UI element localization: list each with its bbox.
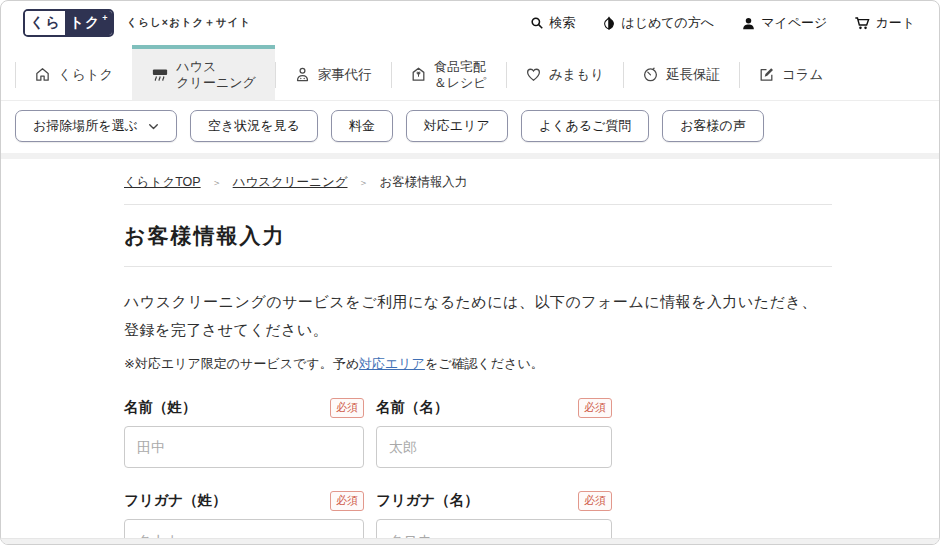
nav-item-label: ハウス クリーニング [176,59,256,90]
breadcrumb-link-top[interactable]: くらトクTOP [124,174,201,191]
nav-item-label: みまもり [549,66,604,84]
page: くら トク + くらし×おトク＋サイト 検索 はじめての方へ マイページ カート [0,0,940,545]
nav-item-label: 延長保証 [666,66,720,84]
required-badge: 必須 [330,491,364,511]
logo-plus-mark: + [102,11,111,35]
choose-cleaning-area-dropdown[interactable]: お掃除場所を選ぶ [15,110,177,142]
beginner-mark-icon [602,16,616,31]
field-last-name-kana: フリガナ（姓） 必須 [124,491,364,545]
header-utility-nav: 検索 はじめての方へ マイページ カート [530,14,915,32]
cart-label: カート [875,14,915,32]
faq-button[interactable]: よくあるご質問 [521,110,650,142]
field-first-name-kana: フリガナ（名） 必須 [376,491,612,545]
customer-info-form: 名前（姓） 必須 名前（名） 必須 フリガナ（姓） 必須 [124,398,832,545]
breadcrumb-separator: ＞ [212,176,222,190]
service-area-button[interactable]: 対応エリア [406,110,508,142]
user-icon [741,16,756,31]
subnav: お掃除場所を選ぶ 空き状況を見る 料金 対応エリア よくあるご質問 お客様の声 [1,101,939,153]
cart-icon [854,15,870,31]
logo-text-kura: くら [25,11,65,35]
customer-voice-label: お客様の声 [680,117,746,135]
beginners-guide-label: はじめての方へ [621,14,714,32]
grocery-store-icon [410,66,427,83]
mypage-label: マイページ [761,14,827,32]
main-nav: くらトク ハウス クリーニング 家事代行 食品宅配 ＆レシピ みまもり 延 [1,45,939,101]
heart-icon [525,66,542,83]
service-area-label: 対応エリア [424,117,490,135]
field-first-name: 名前（名） 必須 [376,398,612,468]
intro-text: ハウスクリーニングのサービスをご利用になるためには、以下のフォームに情報を入力い… [124,288,832,344]
nav-item-label: 家事代行 [318,66,372,84]
nav-item-label: コラム [782,66,823,84]
nav-item-housekeeping[interactable]: 家事代行 [275,45,391,100]
required-badge: 必須 [330,398,364,418]
first-name-kana-label: フリガナ（名） [376,491,479,510]
nav-item-column[interactable]: コラム [739,45,842,100]
gauge-icon [642,66,659,83]
air-conditioner-icon [151,66,169,84]
next-section-edge [1,538,939,544]
pen-square-icon [758,66,775,83]
note-suffix: をご確認ください。 [425,356,544,371]
faq-label: よくあるご質問 [539,117,632,135]
nav-item-label: くらトク [58,66,113,84]
availability-label: 空き状況を見る [208,117,300,135]
service-area-note-link[interactable]: 対応エリア [359,356,425,371]
breadcrumb-current: お客様情報入力 [380,174,468,191]
customer-voice-button[interactable]: お客様の声 [662,110,764,142]
nav-item-kuratoku[interactable]: くらトク [15,45,132,100]
search-icon [530,16,544,30]
cart-link[interactable]: カート [854,14,915,32]
field-last-name: 名前（姓） 必須 [124,398,364,468]
nav-item-house-cleaning[interactable]: ハウス クリーニング [132,45,275,100]
nav-item-food-delivery[interactable]: 食品宅配 ＆レシピ [391,45,506,100]
divider-below-title [124,266,832,267]
home-icon [34,66,51,83]
kuratoku-logo[interactable]: くら トク + [23,9,114,37]
nav-item-extended-warranty[interactable]: 延長保証 [623,45,739,100]
breadcrumb-separator: ＞ [359,176,369,190]
logo-text-toku: トク [65,11,103,35]
breadcrumb-link-house-cleaning[interactable]: ハウスクリーニング [233,174,348,191]
breadcrumb: くらトクTOP ＞ ハウスクリーニング ＞ お客様情報入力 [124,159,832,204]
beginners-guide-link[interactable]: はじめての方へ [602,14,714,32]
header: くら トク + くらし×おトク＋サイト 検索 はじめての方へ マイページ カート [1,1,939,45]
chevron-down-icon [148,121,159,132]
search-label: 検索 [549,14,575,32]
last-name-input[interactable] [124,426,364,468]
page-title: お客様情報入力 [124,205,832,266]
site-tagline: くらし×おトク＋サイト [127,16,251,30]
main-content: くらトクTOP ＞ ハウスクリーニング ＞ お客様情報入力 お客様情報入力 ハウ… [1,159,939,545]
last-name-label: 名前（姓） [124,398,197,417]
nav-item-mimamori[interactable]: みまもり [506,45,623,100]
first-name-input[interactable] [376,426,612,468]
availability-button[interactable]: 空き状況を見る [190,110,318,142]
housekeeper-icon [294,66,311,83]
note-prefix: ※対応エリア限定のサービスです。予め [124,356,359,371]
pricing-button[interactable]: 料金 [331,110,393,142]
pricing-label: 料金 [349,117,375,135]
required-badge: 必須 [578,398,612,418]
nav-item-label: 食品宅配 ＆レシピ [434,59,487,90]
last-name-kana-label: フリガナ（姓） [124,491,227,510]
service-area-note: ※対応エリア限定のサービスです。予め対応エリアをご確認ください。 [124,355,832,373]
choose-cleaning-area-label: お掃除場所を選ぶ [33,117,138,135]
search-button[interactable]: 検索 [530,14,575,32]
mypage-link[interactable]: マイページ [741,14,827,32]
required-badge: 必須 [578,491,612,511]
first-name-label: 名前（名） [376,398,449,417]
